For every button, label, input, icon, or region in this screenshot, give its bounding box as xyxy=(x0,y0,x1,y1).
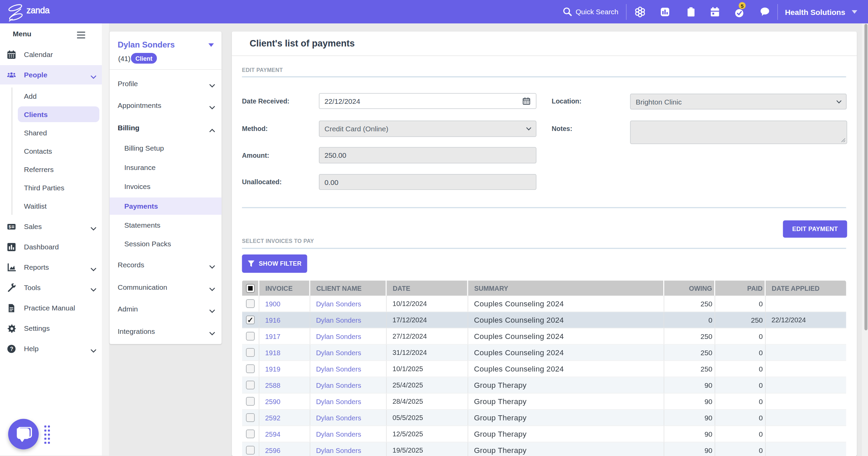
svg-text:$: $ xyxy=(9,224,11,229)
svg-text:?: ? xyxy=(10,346,14,352)
